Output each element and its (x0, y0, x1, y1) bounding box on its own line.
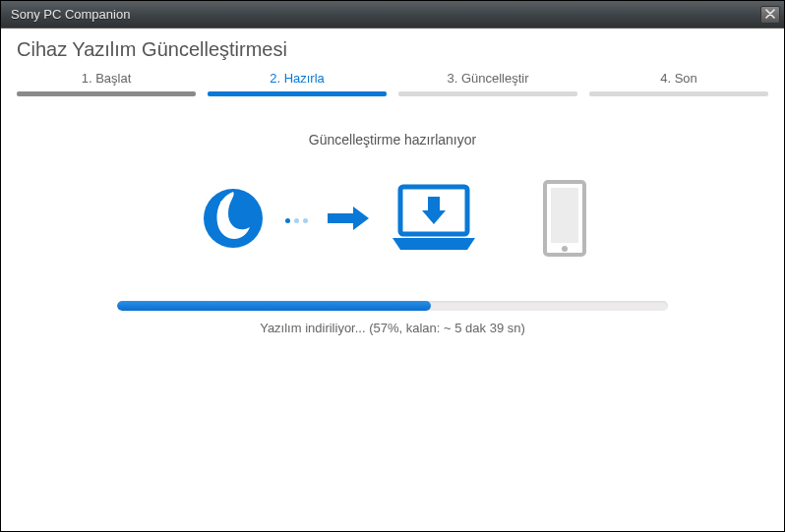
step-label: 3. Güncelleştir (398, 71, 577, 91)
step-label: 1. Başlat (17, 71, 196, 91)
wizard-steps: 1. Başlat 2. Hazırla 3. Güncelleştir 4. … (1, 67, 784, 96)
svg-rect-2 (428, 197, 440, 210)
arrow-right-icon (326, 204, 371, 237)
status-heading: Güncelleştirme hazırlanıyor (309, 132, 476, 148)
progress-bar: Yazılım indiriliyor... (57%, kalan: ~ 5 … (117, 301, 668, 335)
close-button[interactable] (760, 6, 780, 24)
step-1: 1. Başlat (17, 71, 196, 96)
progress-fill (117, 301, 431, 311)
step-label: 4. Son (589, 71, 768, 91)
step-label: 2. Hazırla (208, 71, 387, 91)
app-window: Sony PC Companion Cihaz Yazılım Güncelle… (0, 0, 785, 532)
svg-point-0 (204, 189, 263, 248)
window-title: Sony PC Companion (11, 7, 130, 22)
phone-icon (542, 179, 587, 262)
svg-point-5 (562, 246, 568, 252)
progress-track (117, 301, 668, 311)
step-4: 4. Son (589, 71, 768, 96)
svg-rect-4 (551, 188, 578, 243)
progress-text: Yazılım indiriliyor... (57%, kalan: ~ 5 … (117, 321, 668, 335)
page-title: Cihaz Yazılım Güncelleştirmesi (1, 29, 784, 67)
step-3: 3. Güncelleştir (398, 71, 577, 96)
titlebar: Sony PC Companion (1, 1, 784, 29)
close-icon (765, 7, 775, 22)
content-area: Güncelleştirme hazırlanıyor (1, 96, 784, 531)
transfer-dots-icon (285, 218, 308, 223)
download-illustration (199, 179, 587, 262)
step-2: 2. Hazırla (208, 71, 387, 96)
laptop-download-icon (389, 183, 479, 258)
globe-icon (199, 184, 268, 257)
